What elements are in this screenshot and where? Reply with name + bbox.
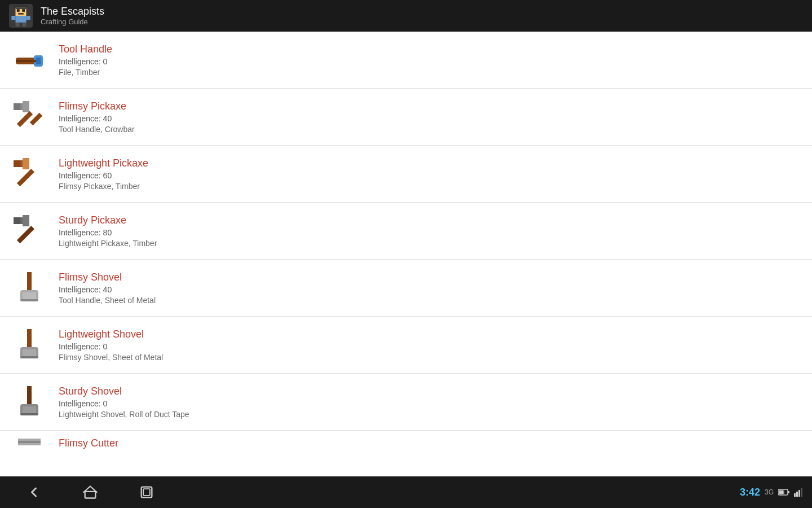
item-info-lightweight-pickaxe: Lightweight Pickaxe Intelligence: 60 Fli… bbox=[59, 157, 803, 191]
svg-rect-10 bbox=[22, 23, 26, 27]
app-icon bbox=[9, 4, 33, 28]
svg-rect-26 bbox=[14, 217, 20, 224]
item-info-flimsy-shovel: Flimsy Shovel Intelligence: 40 Tool Hand… bbox=[59, 271, 803, 305]
svg-rect-42 bbox=[85, 492, 96, 498]
svg-rect-31 bbox=[23, 292, 36, 299]
svg-rect-19 bbox=[17, 111, 33, 127]
list-item[interactable]: Lightweight Shovel Intelligence: 0 Flims… bbox=[0, 317, 812, 374]
svg-rect-36 bbox=[27, 386, 32, 406]
item-icon-sturdy-pickaxe bbox=[9, 211, 50, 251]
item-ingredients: Lightweight Shovel, Roll of Duct Tape bbox=[59, 410, 803, 419]
item-ingredients: Flimsy Pickaxe, Timber bbox=[59, 182, 803, 191]
recents-button[interactable] bbox=[135, 481, 158, 503]
svg-rect-5 bbox=[16, 8, 27, 9]
list-item[interactable]: Lightweight Pickaxe Intelligence: 60 Fli… bbox=[0, 146, 812, 203]
item-ingredients: Tool Handle, Crowbar bbox=[59, 125, 803, 134]
recents-icon bbox=[139, 484, 155, 500]
svg-rect-32 bbox=[27, 329, 32, 349]
item-ingredients: Tool Handle, Sheet of Metal bbox=[59, 296, 803, 305]
signal-icon bbox=[794, 488, 803, 497]
item-intelligence: Intelligence: 0 bbox=[59, 57, 803, 66]
item-name: Sturdy Pickaxe bbox=[59, 214, 803, 226]
svg-rect-47 bbox=[779, 491, 784, 494]
item-intelligence: Intelligence: 60 bbox=[59, 171, 803, 180]
svg-rect-49 bbox=[794, 493, 796, 497]
item-intelligence: Intelligence: 40 bbox=[59, 114, 803, 123]
svg-rect-23 bbox=[23, 158, 29, 169]
home-button[interactable] bbox=[79, 481, 102, 503]
list-item[interactable]: Sturdy Shovel Intelligence: 0 Lightweigh… bbox=[0, 374, 812, 431]
item-ingredients: Flimsy Shovel, Sheet of Metal bbox=[59, 353, 803, 362]
svg-rect-2 bbox=[22, 9, 25, 12]
item-ingredients: File, Timber bbox=[59, 68, 803, 77]
svg-rect-4 bbox=[14, 5, 28, 8]
app-title-group: The Escapists Crafting Guide bbox=[41, 6, 104, 27]
svg-rect-22 bbox=[14, 160, 20, 167]
item-icon-lightweight-shovel bbox=[9, 325, 50, 365]
item-icon-lightweight-pickaxe bbox=[9, 154, 50, 194]
item-name: Sturdy Shovel bbox=[59, 386, 803, 397]
item-icon-sturdy-shovel bbox=[9, 382, 50, 422]
item-intelligence: Intelligence: 40 bbox=[59, 285, 803, 294]
back-button[interactable] bbox=[23, 481, 45, 503]
item-info-flimsy-cutter: Flimsy Cutter bbox=[59, 437, 803, 449]
item-info-flimsy-pickaxe: Flimsy Pickaxe Intelligence: 40 Tool Han… bbox=[59, 100, 803, 134]
list-item[interactable]: Flimsy Shovel Intelligence: 40 Tool Hand… bbox=[0, 260, 812, 317]
svg-rect-3 bbox=[18, 13, 24, 14]
item-icon-tool-handle bbox=[9, 40, 50, 80]
item-info-sturdy-shovel: Sturdy Shovel Intelligence: 0 Lightweigh… bbox=[59, 386, 803, 419]
svg-rect-18 bbox=[23, 101, 29, 112]
signal-indicator: 3G bbox=[765, 488, 774, 496]
item-intelligence: Intelligence: 80 bbox=[59, 228, 803, 237]
svg-rect-9 bbox=[16, 23, 20, 27]
item-info-sturdy-pickaxe: Sturdy Pickaxe Intelligence: 80 Lightwei… bbox=[59, 214, 803, 248]
item-name: Lightweight Shovel bbox=[59, 329, 803, 340]
item-info-lightweight-shovel: Lightweight Shovel Intelligence: 0 Flims… bbox=[59, 329, 803, 362]
list-item[interactable]: Sturdy Pickaxe Intelligence: 80 Lightwei… bbox=[0, 203, 812, 260]
list-item[interactable]: Flimsy Pickaxe Intelligence: 40 Tool Han… bbox=[0, 89, 812, 146]
svg-rect-1 bbox=[17, 9, 20, 12]
svg-rect-7 bbox=[11, 16, 15, 20]
item-name: Flimsy Cutter bbox=[59, 437, 803, 449]
svg-rect-44 bbox=[143, 489, 150, 496]
item-name: Flimsy Shovel bbox=[59, 271, 803, 283]
clock: 3:42 bbox=[740, 487, 760, 498]
svg-rect-52 bbox=[801, 488, 802, 497]
item-name: Flimsy Pickaxe bbox=[59, 100, 803, 112]
item-name: Lightweight Pickaxe bbox=[59, 157, 803, 169]
battery-icon bbox=[778, 488, 789, 496]
svg-rect-27 bbox=[23, 215, 29, 226]
item-info-tool-handle: Tool Handle Intelligence: 0 File, Timber bbox=[59, 43, 803, 77]
svg-rect-17 bbox=[14, 103, 20, 110]
crafting-list[interactable]: Tool Handle Intelligence: 0 File, Timber… bbox=[0, 32, 812, 476]
svg-rect-51 bbox=[798, 490, 800, 497]
app-bar: The Escapists Crafting Guide bbox=[0, 0, 812, 32]
item-ingredients: Lightweight Pickaxe, Timber bbox=[59, 239, 803, 248]
svg-rect-20 bbox=[17, 169, 34, 186]
app-subtitle: Crafting Guide bbox=[41, 17, 104, 26]
svg-rect-39 bbox=[23, 406, 36, 413]
svg-rect-46 bbox=[788, 491, 789, 493]
list-item[interactable]: Flimsy Cutter bbox=[0, 431, 812, 456]
svg-rect-30 bbox=[20, 299, 38, 301]
nav-bar: 3:42 3G bbox=[0, 476, 812, 508]
app-logo bbox=[10, 5, 32, 27]
svg-rect-35 bbox=[23, 349, 36, 356]
svg-rect-14 bbox=[36, 58, 41, 64]
svg-rect-13 bbox=[16, 60, 38, 62]
item-intelligence: Intelligence: 0 bbox=[59, 399, 803, 408]
item-name: Tool Handle bbox=[59, 43, 803, 55]
svg-rect-24 bbox=[17, 226, 34, 243]
item-icon-flimsy-cutter bbox=[9, 431, 50, 456]
status-bar: 3:42 3G bbox=[740, 487, 803, 498]
svg-rect-6 bbox=[16, 16, 27, 23]
app-title: The Escapists bbox=[41, 6, 104, 18]
item-icon-flimsy-pickaxe bbox=[9, 97, 50, 137]
svg-rect-41 bbox=[18, 441, 41, 443]
svg-rect-34 bbox=[20, 356, 38, 358]
list-item[interactable]: Tool Handle Intelligence: 0 File, Timber bbox=[0, 32, 812, 89]
svg-rect-50 bbox=[796, 492, 798, 497]
svg-rect-8 bbox=[27, 16, 30, 20]
svg-rect-38 bbox=[20, 413, 38, 415]
svg-rect-28 bbox=[27, 272, 32, 292]
